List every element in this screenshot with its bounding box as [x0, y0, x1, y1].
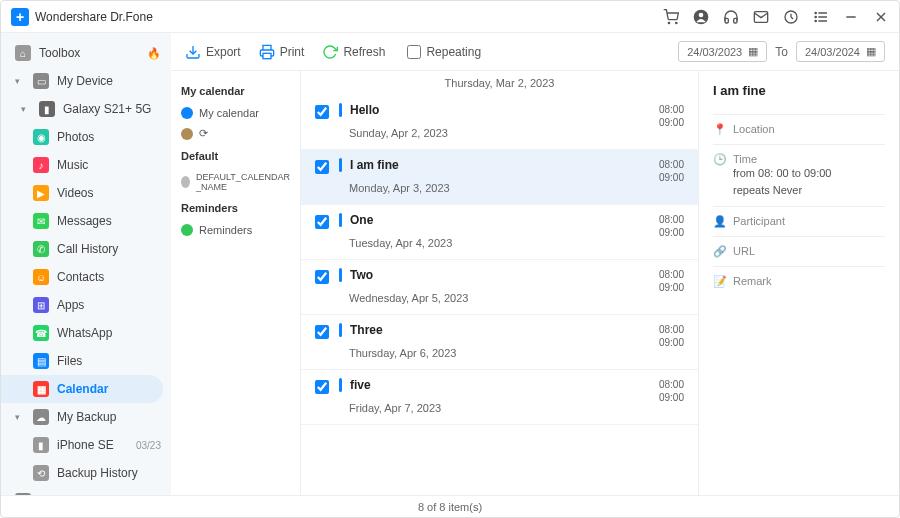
event-checkbox[interactable]: [315, 325, 329, 339]
repeating-input[interactable]: [407, 45, 421, 59]
cal-item-loading[interactable]: ⟳: [181, 123, 290, 144]
files-label: Files: [57, 354, 82, 368]
event-item[interactable]: One Tuesday, Apr 4, 2023 08:0009:00: [301, 205, 698, 260]
call-icon: ✆: [33, 241, 49, 257]
event-list-pane[interactable]: Thursday, Mar 2, 2023 Hello Sunday, Apr …: [301, 71, 699, 495]
export-label: Export: [206, 45, 241, 59]
repeating-checkbox[interactable]: Repeating: [407, 45, 481, 59]
headset-icon[interactable]: [723, 9, 739, 25]
event-item[interactable]: five Friday, Apr 7, 2023 08:0009:00: [301, 370, 698, 425]
export-button[interactable]: Export: [185, 44, 241, 60]
sidebar-contacts[interactable]: ☺Contacts: [1, 263, 171, 291]
check-dot-icon: [181, 107, 193, 119]
event-date: Friday, Apr 7, 2023: [349, 402, 649, 414]
event-times: 08:0009:00: [659, 268, 684, 294]
clock-icon: 🕒: [713, 153, 725, 166]
participant-icon: 👤: [713, 215, 725, 228]
photos-label: Photos: [57, 130, 94, 144]
default-group: Default: [181, 150, 290, 162]
calendar-list-pane: My calendar My calendar ⟳ Default DEFAUL…: [171, 71, 301, 495]
event-date: Tuesday, Apr 4, 2023: [349, 237, 649, 249]
event-checkbox[interactable]: [315, 105, 329, 119]
sidebar-files[interactable]: ▤Files: [1, 347, 171, 375]
titlebar: + Wondershare Dr.Fone: [1, 1, 899, 33]
cal-item-default[interactable]: DEFAULT_CALENDAR_NAME: [181, 168, 290, 196]
sidebar-calendar[interactable]: ▦Calendar: [1, 375, 163, 403]
detail-title: I am fine: [713, 83, 885, 98]
link-icon: 🔗: [713, 245, 725, 258]
user-icon[interactable]: [693, 9, 709, 25]
menu-icon[interactable]: [813, 9, 829, 25]
sidebar-photos[interactable]: ◉Photos: [1, 123, 171, 151]
refresh-button[interactable]: Refresh: [322, 44, 385, 60]
sidebar-my-device[interactable]: ▾ ▭ My Device: [1, 67, 171, 95]
event-item[interactable]: Hello Sunday, Apr 2, 2023 08:0009:00: [301, 95, 698, 150]
svg-point-9: [815, 12, 816, 13]
flame-icon: 🔥: [147, 47, 161, 60]
close-icon[interactable]: [873, 9, 889, 25]
event-item[interactable]: Two Wednesday, Apr 5, 2023 08:0009:00: [301, 260, 698, 315]
event-title: One: [350, 213, 373, 227]
sidebar-call-history[interactable]: ✆Call History: [1, 235, 171, 263]
refresh-label: Refresh: [343, 45, 385, 59]
minimize-icon[interactable]: [843, 9, 859, 25]
photos-icon: ◉: [33, 129, 49, 145]
event-checkbox[interactable]: [315, 215, 329, 229]
history-icon[interactable]: [783, 9, 799, 25]
statusbar: 8 of 8 item(s): [1, 495, 899, 517]
sidebar-apps[interactable]: ⊞Apps: [1, 291, 171, 319]
location-icon: 📍: [713, 123, 725, 136]
event-color-bar: [339, 378, 342, 392]
sidebar-my-backup[interactable]: ▾ ☁ My Backup: [1, 403, 171, 431]
event-checkbox[interactable]: [315, 380, 329, 394]
event-checkbox[interactable]: [315, 160, 329, 174]
event-date: Thursday, Apr 6, 2023: [349, 347, 649, 359]
sidebar-toolbox[interactable]: ⌂ Toolbox 🔥: [1, 39, 171, 67]
apps-label: Apps: [57, 298, 84, 312]
music-label: Music: [57, 158, 88, 172]
videos-icon: ▶: [33, 185, 49, 201]
backup-history-icon: ⟲: [33, 465, 49, 481]
detail-participant: 👤Participant: [713, 206, 885, 236]
sidebar-messages[interactable]: ✉Messages: [1, 207, 171, 235]
messages-icon: ✉: [33, 213, 49, 229]
cal-item-my-calendar[interactable]: My calendar: [181, 103, 290, 123]
sidebar-music[interactable]: ♪Music: [1, 151, 171, 179]
event-title: five: [350, 378, 371, 392]
whatsapp-icon: ☎: [33, 325, 49, 341]
sidebar-screen-mirror[interactable]: ▢Screen Mirror: [1, 487, 171, 495]
event-times: 08:0009:00: [659, 323, 684, 349]
date-from-input[interactable]: 24/03/2023▦: [678, 41, 767, 62]
toolbox-icon: ⌂: [15, 45, 31, 61]
event-date: Wednesday, Apr 5, 2023: [349, 292, 649, 304]
panes: My calendar My calendar ⟳ Default DEFAUL…: [171, 71, 899, 495]
sidebar-backup-device[interactable]: ▮iPhone SE03/23: [1, 431, 171, 459]
whatsapp-label: WhatsApp: [57, 326, 112, 340]
sidebar-videos[interactable]: ▶Videos: [1, 179, 171, 207]
event-times: 08:0009:00: [659, 158, 684, 184]
sidebar-whatsapp[interactable]: ☎WhatsApp: [1, 319, 171, 347]
event-title: Hello: [350, 103, 379, 117]
detail-url: 🔗URL: [713, 236, 885, 266]
detail-time: 🕒Timefrom 08: 00 to 09:00 repeats Never: [713, 144, 885, 206]
event-times: 08:0009:00: [659, 213, 684, 239]
mail-icon[interactable]: [753, 9, 769, 25]
sidebar-backup-history[interactable]: ⟲Backup History: [1, 459, 171, 487]
titlebar-left: + Wondershare Dr.Fone: [11, 8, 153, 26]
event-title: Three: [350, 323, 383, 337]
iphone-icon: ▮: [33, 437, 49, 453]
cart-icon[interactable]: [663, 9, 679, 25]
backup-device-label: iPhone SE: [57, 438, 114, 452]
event-item[interactable]: I am fine Monday, Apr 3, 2023 08:0009:00: [301, 150, 698, 205]
cal-item-reminders[interactable]: Reminders: [181, 220, 290, 240]
date-from-value: 24/03/2023: [687, 46, 742, 58]
sidebar: ⌂ Toolbox 🔥 ▾ ▭ My Device ▾ ▮ Galaxy S21…: [1, 33, 171, 495]
sidebar-device-name[interactable]: ▾ ▮ Galaxy S21+ 5G: [1, 95, 171, 123]
calendar-small-icon: ▦: [866, 45, 876, 58]
toolbar: Export Print Refresh Repeating 24/03/202…: [171, 33, 899, 71]
print-button[interactable]: Print: [259, 44, 305, 60]
event-item[interactable]: Three Thursday, Apr 6, 2023 08:0009:00: [301, 315, 698, 370]
date-to-input[interactable]: 24/03/2024▦: [796, 41, 885, 62]
backup-history-label: Backup History: [57, 466, 138, 480]
event-checkbox[interactable]: [315, 270, 329, 284]
